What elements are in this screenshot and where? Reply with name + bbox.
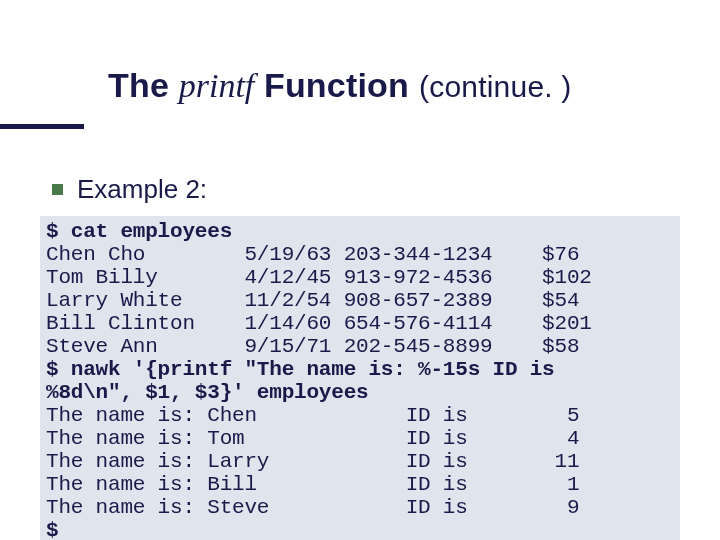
code-line-output-5: The name is: Steve ID is 9 — [46, 496, 674, 519]
code-line-cmd-nawk-2: %8d\n", $1, $3}' employees — [46, 381, 674, 404]
code-line-output-2: The name is: Tom ID is 4 — [46, 427, 674, 450]
title-fn-text: printf — [179, 67, 255, 104]
code-line-output-1: The name is: Chen ID is 5 — [46, 404, 674, 427]
subheading-text: Example 2: — [77, 174, 207, 205]
slide-title: The printf Function (continue. ) — [108, 66, 680, 105]
code-line-cmd-nawk-1: $ nawk '{printf "The name is: %-15s ID i… — [46, 358, 674, 381]
code-line-employee-1: Chen Cho 5/19/63 203-344-1234 $76 — [46, 243, 674, 266]
title-post-text: Function — [254, 66, 409, 104]
code-line-cmd-cat: $ cat employees — [46, 220, 674, 243]
code-block: $ cat employees Chen Cho 5/19/63 203-344… — [40, 216, 680, 540]
code-line-employee-5: Steve Ann 9/15/71 202-545-8899 $58 — [46, 335, 674, 358]
code-line-employee-2: Tom Billy 4/12/45 913-972-4536 $102 — [46, 266, 674, 289]
title-pre: The printf Function — [108, 66, 409, 105]
title-pre-text: The — [108, 66, 179, 104]
code-line-output-3: The name is: Larry ID is 11 — [46, 450, 674, 473]
title-continue: (continue. ) — [419, 70, 571, 104]
title-accent-bar — [0, 124, 84, 129]
code-line-output-4: The name is: Bill ID is 1 — [46, 473, 674, 496]
slide: The printf Function (continue. ) Example… — [0, 0, 720, 540]
subheading-row: Example 2: — [52, 174, 207, 205]
code-line-employee-3: Larry White 11/2/54 908-657-2389 $54 — [46, 289, 674, 312]
code-line-employee-4: Bill Clinton 1/14/60 654-576-4114 $201 — [46, 312, 674, 335]
square-bullet-icon — [52, 184, 63, 195]
code-line-prompt: $ — [46, 519, 674, 540]
